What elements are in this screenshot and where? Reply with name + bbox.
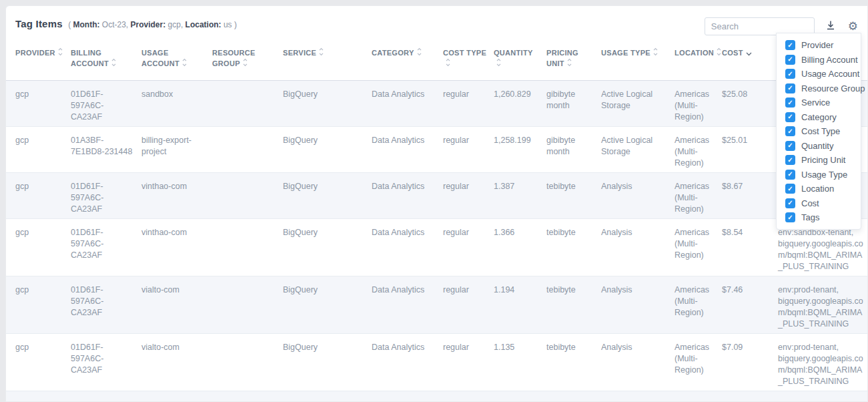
table-body: gcp01D61F-597A6C-CA23AFsandboxBigQueryDa… bbox=[6, 81, 868, 402]
cell-service: BigQuery bbox=[283, 127, 372, 173]
column-header-usage_account[interactable]: USAGE ACCOUNT bbox=[141, 41, 212, 81]
cell-tags: env:prod-tenant, bigquery.googleapis.com… bbox=[778, 334, 868, 391]
column-toggle-provider[interactable]: ✓Provider bbox=[785, 40, 855, 50]
table-row: gcp01D61F-597A6C-CA23AFvinthao-comBigQue… bbox=[6, 219, 868, 276]
cell-service: BigQuery bbox=[283, 81, 372, 127]
column-toggle-usage-account[interactable]: ✓Usage Account bbox=[785, 69, 855, 79]
column-toggle-label: Location bbox=[801, 184, 834, 194]
cell-pricing_unit: gibibyte month bbox=[546, 81, 601, 127]
download-icon bbox=[825, 20, 836, 33]
checkbox-icon: ✓ bbox=[785, 141, 795, 151]
cell-provider: gcp bbox=[6, 276, 71, 334]
column-label: RESOURCE GROUP bbox=[212, 49, 256, 67]
cell-location: Americas (Multi-Region) bbox=[675, 276, 722, 334]
settings-button[interactable]: ⚙ bbox=[847, 19, 859, 35]
cell-category: Data Analytics bbox=[372, 81, 443, 127]
column-toggle-label: Cost Type bbox=[801, 126, 840, 136]
cell-resource_group bbox=[212, 276, 283, 334]
column-header-provider[interactable]: PROVIDER bbox=[6, 41, 71, 81]
sort-icon bbox=[243, 58, 248, 69]
column-header-pricing_unit[interactable]: PRICING UNIT bbox=[546, 41, 601, 81]
cell-usage_account: sandbox bbox=[141, 81, 212, 127]
cell-pricing_unit: gibibyte bbox=[546, 391, 601, 402]
cell-cost_type: regular bbox=[443, 219, 494, 276]
column-toggle-usage-type[interactable]: ✓Usage Type bbox=[785, 170, 855, 180]
download-button[interactable] bbox=[824, 19, 837, 35]
column-header-billing_account[interactable]: BILLING ACCOUNT bbox=[71, 41, 141, 81]
table-row: gcp01A3BF-7E1BD8-231448billing-export-pr… bbox=[6, 127, 868, 173]
checkbox-icon: ✓ bbox=[785, 40, 795, 50]
card-header: Tag Items ( Month: Oct-23, Provider: gcp… bbox=[6, 6, 867, 41]
sort-icon bbox=[111, 58, 116, 69]
column-toggle-service[interactable]: ✓Service bbox=[785, 97, 855, 108]
column-label: CATEGORY bbox=[372, 49, 414, 57]
cell-usage_type: Analysis bbox=[601, 334, 675, 391]
cell-billing_account: 01D61F-597A6C-CA23AF bbox=[71, 173, 141, 219]
cell-resource_group bbox=[212, 81, 283, 127]
cell-pricing_unit: tebibyte bbox=[546, 219, 601, 276]
sort-desc-icon bbox=[746, 48, 752, 59]
column-toggle-cost-type[interactable]: ✓Cost Type bbox=[785, 126, 855, 136]
cell-location: Americas bbox=[675, 391, 722, 402]
checkbox-icon: ✓ bbox=[785, 126, 795, 136]
cell-cost: $8.54 bbox=[722, 219, 778, 276]
columns-dropdown-list: ✓Provider✓Billing Account✓Usage Account✓… bbox=[785, 40, 855, 222]
cell-tags: env:dev bbox=[778, 391, 868, 402]
meta-label: Location: bbox=[185, 20, 224, 29]
meta-value: gcp, bbox=[168, 20, 185, 29]
cell-usage_type: Analysis bbox=[601, 276, 675, 334]
checkbox-icon: ✓ bbox=[785, 155, 795, 165]
column-label: QUANTITY bbox=[494, 49, 533, 57]
sort-icon bbox=[653, 47, 658, 59]
table-row: gcp01A3BF-7E1BD8-gcp-hands-onBigQueryDat… bbox=[6, 391, 868, 402]
cell-cost: $7.09 bbox=[722, 334, 778, 391]
cell-quantity: 1.135 bbox=[494, 334, 546, 391]
column-header-service[interactable]: SERVICE bbox=[283, 41, 372, 81]
cell-cost: $25.01 bbox=[722, 127, 778, 173]
column-header-location[interactable]: LOCATION bbox=[675, 41, 722, 81]
cell-pricing_unit: gibibyte month bbox=[546, 127, 601, 173]
column-toggle-category[interactable]: ✓Category bbox=[785, 112, 855, 122]
cell-service: BigQuery bbox=[283, 391, 372, 402]
cell-provider: gcp bbox=[6, 391, 71, 402]
sort-icon bbox=[567, 58, 572, 69]
cell-location: Americas (Multi-Region) bbox=[675, 219, 722, 276]
column-toggle-label: Usage Account bbox=[801, 69, 859, 79]
column-toggle-label: Service bbox=[801, 97, 830, 108]
column-header-resource_group[interactable]: RESOURCE GROUP bbox=[212, 41, 283, 81]
tag-items-table: PROVIDERBILLING ACCOUNTUSAGE ACCOUNTRESO… bbox=[6, 41, 868, 402]
column-toggle-label: Cost bbox=[801, 198, 819, 208]
column-header-usage_type[interactable]: USAGE TYPE bbox=[601, 41, 675, 81]
cell-provider: gcp bbox=[6, 334, 71, 391]
sort-icon bbox=[182, 58, 187, 69]
cell-resource_group bbox=[212, 391, 283, 402]
column-toggle-billing-account[interactable]: ✓Billing Account bbox=[785, 55, 855, 65]
cell-location: Americas (Multi-Region) bbox=[675, 334, 722, 391]
column-toggle-tags[interactable]: ✓Tags bbox=[785, 212, 855, 222]
cell-provider: gcp bbox=[6, 127, 71, 173]
column-toggle-location[interactable]: ✓Location bbox=[785, 184, 855, 194]
cell-billing_account: 01A3BF-7E1BD8- bbox=[71, 391, 141, 402]
column-toggle-resource-group[interactable]: ✓Resource Group bbox=[785, 83, 855, 93]
checkbox-icon: ✓ bbox=[785, 112, 795, 122]
column-toggle-pricing-unit[interactable]: ✓Pricing Unit bbox=[785, 155, 855, 165]
checkbox-icon: ✓ bbox=[785, 69, 795, 79]
column-header-cost_type[interactable]: COST TYPE bbox=[443, 41, 494, 81]
cell-pricing_unit: tebibyte bbox=[546, 334, 601, 391]
column-header-cost[interactable]: COST bbox=[722, 41, 778, 81]
column-header-quantity[interactable]: QUANTITY bbox=[494, 41, 546, 81]
column-toggle-cost[interactable]: ✓Cost bbox=[785, 198, 855, 208]
column-toggle-quantity[interactable]: ✓Quantity bbox=[785, 141, 855, 151]
cell-category: Data Analytics bbox=[372, 127, 443, 173]
cell-usage_account: gcp-hands-on bbox=[141, 391, 212, 402]
cell-location: Americas (Multi-Region) bbox=[675, 173, 722, 219]
column-header-category[interactable]: CATEGORY bbox=[372, 41, 443, 81]
column-label: USAGE TYPE bbox=[601, 49, 650, 57]
sort-icon bbox=[446, 58, 450, 69]
cell-location: Americas (Multi-Region) bbox=[675, 81, 722, 127]
cell-cost_type: regular bbox=[443, 391, 494, 402]
column-toggle-label: Category bbox=[801, 112, 837, 122]
column-label: SERVICE bbox=[283, 49, 316, 57]
cell-tags: env:prod-tenant, bigquery.googleapis.com… bbox=[778, 276, 868, 334]
cell-billing_account: 01D61F-597A6C-CA23AF bbox=[71, 276, 141, 334]
